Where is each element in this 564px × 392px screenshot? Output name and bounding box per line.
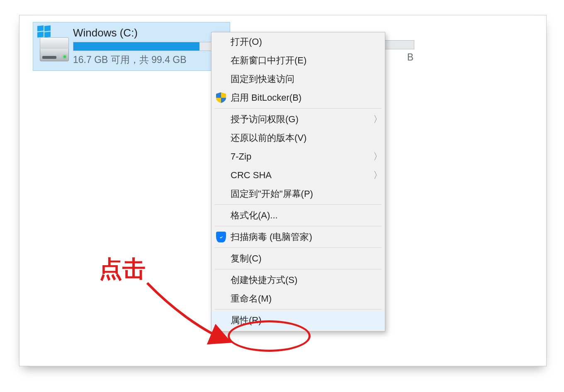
- menu-item-label: 授予访问权限(G): [231, 113, 371, 126]
- menu-item-label: 还原以前的版本(V): [231, 132, 371, 144]
- explorer-window: Windows (C:) 16.7 GB 可用，共 99.4 GB B 打开(O…: [19, 15, 547, 366]
- drive-d-stat-suffix: B: [407, 52, 413, 63]
- submenu-arrow-icon: 〉: [371, 169, 385, 181]
- drive-c-icon: [37, 25, 73, 68]
- menu-item-0[interactable]: 打开(O): [212, 32, 385, 51]
- tencent-shield-icon: [212, 232, 231, 242]
- menu-item-8[interactable]: CRC SHA〉: [212, 166, 385, 184]
- windows-logo-icon: [37, 26, 51, 38]
- drive-c-stat: 16.7 GB 可用，共 99.4 GB: [73, 53, 226, 66]
- drive-c-label: Windows (C:): [73, 27, 226, 39]
- menu-separator: [215, 108, 382, 109]
- menu-item-15[interactable]: 复制(C): [212, 249, 385, 268]
- menu-item-label: 启用 BitLocker(B): [231, 92, 371, 104]
- menu-item-5[interactable]: 授予访问权限(G)〉: [212, 110, 385, 128]
- menu-separator: [215, 247, 382, 248]
- drive-c-capacity-bar: [73, 42, 226, 51]
- menu-item-18[interactable]: 重命名(M): [212, 289, 385, 308]
- uac-shield-icon: [212, 92, 231, 103]
- menu-item-label: 在新窗口中打开(E): [231, 54, 371, 67]
- submenu-arrow-icon: 〉: [371, 150, 385, 163]
- annotation-label: 点击: [99, 254, 146, 285]
- menu-item-label: 固定到"开始"屏幕(P): [231, 188, 371, 200]
- menu-item-label: CRC SHA: [231, 170, 371, 181]
- hdd-icon: [40, 37, 69, 61]
- submenu-arrow-icon: 〉: [371, 113, 385, 126]
- menu-item-7[interactable]: 7-Zip〉: [212, 147, 385, 166]
- menu-separator: [215, 269, 382, 269]
- menu-item-1[interactable]: 在新窗口中打开(E): [212, 51, 385, 70]
- menu-item-11[interactable]: 格式化(A)...: [212, 206, 385, 225]
- menu-item-label: 固定到快速访问: [231, 73, 371, 85]
- menu-item-2[interactable]: 固定到快速访问: [212, 70, 385, 88]
- menu-item-label: 格式化(A)...: [231, 209, 371, 222]
- menu-separator: [215, 309, 382, 310]
- menu-item-label: 打开(O): [231, 36, 371, 48]
- menu-item-3[interactable]: 启用 BitLocker(B): [212, 88, 385, 107]
- menu-item-label: 创建快捷方式(S): [231, 274, 371, 286]
- drive-c-tile[interactable]: Windows (C:) 16.7 GB 可用，共 99.4 GB: [33, 22, 230, 71]
- menu-item-6[interactable]: 还原以前的版本(V): [212, 128, 385, 147]
- menu-item-label: 重命名(M): [231, 293, 371, 305]
- menu-item-13[interactable]: 扫描病毒 (电脑管家): [212, 227, 385, 246]
- drive-context-menu: 打开(O)在新窗口中打开(E)固定到快速访问启用 BitLocker(B)授予访…: [211, 32, 385, 332]
- menu-item-label: 7-Zip: [231, 151, 371, 162]
- menu-item-label: 复制(C): [231, 252, 371, 265]
- menu-separator: [215, 204, 382, 205]
- menu-item-label: 扫描病毒 (电脑管家): [231, 231, 371, 243]
- menu-item-9[interactable]: 固定到"开始"屏幕(P): [212, 184, 385, 203]
- menu-separator: [215, 226, 382, 226]
- annotation-ellipse-icon: [228, 320, 311, 352]
- menu-item-17[interactable]: 创建快捷方式(S): [212, 271, 385, 289]
- drive-c-used-fill: [73, 42, 199, 51]
